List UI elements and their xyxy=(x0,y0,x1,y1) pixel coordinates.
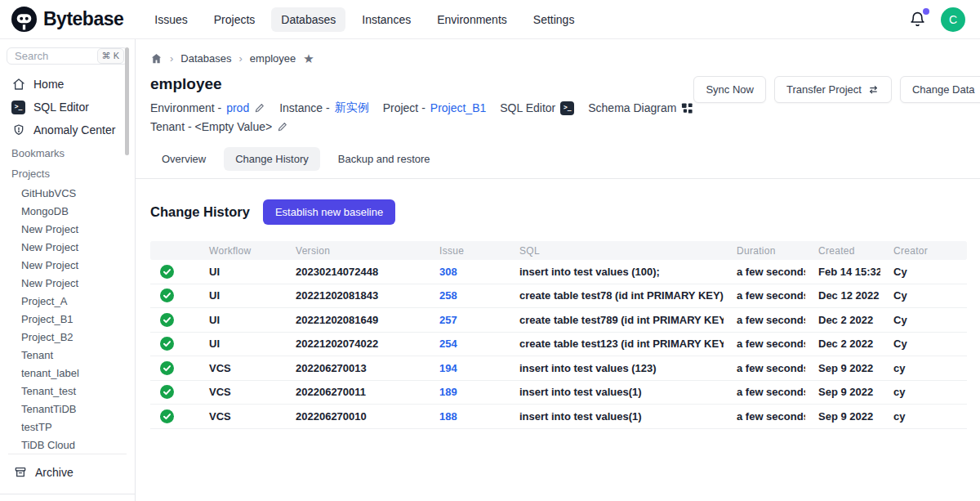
enterprise-plan-link[interactable]: Enterprise Plan xyxy=(0,494,136,501)
sidebar-project-item[interactable]: Project_B2 xyxy=(20,328,128,346)
issue-link[interactable]: 258 xyxy=(439,289,457,302)
sidebar-project-item[interactable]: New Project xyxy=(20,220,128,238)
search-input[interactable] xyxy=(15,50,78,62)
table-row[interactable]: UI 20221202074022 254 create table test1… xyxy=(150,333,967,357)
issue-link[interactable]: 194 xyxy=(439,362,457,374)
sidebar-project-item[interactable]: GitHubVCS xyxy=(20,184,128,202)
cell-duration: a few seconds xyxy=(724,289,805,302)
topnav-item[interactable]: Settings xyxy=(523,7,585,32)
sidebar-project-item[interactable]: New Project xyxy=(20,274,128,292)
table-row[interactable]: UI 20221202081649 257 create table test7… xyxy=(150,308,967,333)
cell-created: Sep 9 2022 xyxy=(805,362,880,374)
database-meta-line-2: Tenant - <Empty Value> xyxy=(150,120,693,133)
schema-diagram-icon xyxy=(681,102,693,114)
page-header-left: employee Environment - prod Instance - xyxy=(150,65,693,133)
project-link[interactable]: Project_B1 xyxy=(430,101,486,114)
table-row[interactable]: UI 20221202081843 258 create table test7… xyxy=(150,284,967,309)
sidebar-item-anomaly-center[interactable]: Anomaly Center xyxy=(7,119,128,141)
topnav-item[interactable]: Issues xyxy=(145,7,197,32)
cell-workflow: UI xyxy=(196,338,283,350)
cell-creator: cy xyxy=(880,362,967,374)
sidebar-project-item[interactable]: TiDB Cloud xyxy=(20,436,128,454)
sidebar-item-label: Archive xyxy=(35,466,74,479)
search-box[interactable]: ⌘ K xyxy=(7,47,128,65)
projects-list: GitHubVCSMongoDBNew ProjectNew ProjectNe… xyxy=(7,184,128,454)
sidebar-project-item[interactable]: Tenant_test xyxy=(20,382,128,400)
breadcrumb-employee[interactable]: employee xyxy=(250,52,296,65)
cell-version: 20221202081843 xyxy=(283,289,426,302)
success-check-icon xyxy=(160,409,174,423)
table-body: UI 20230214072448 308 insert into test v… xyxy=(150,260,967,429)
topnav-item[interactable]: Projects xyxy=(204,7,265,32)
breadcrumb-home-icon[interactable] xyxy=(150,52,163,65)
sidebar-project-item[interactable]: Project_B1 xyxy=(20,310,128,328)
sidebar-project-item[interactable]: testTP xyxy=(20,418,128,436)
tab-overview[interactable]: Overview xyxy=(150,147,217,171)
environment-link[interactable]: prod xyxy=(226,101,249,114)
tab-change-history[interactable]: Change History xyxy=(224,147,320,171)
sidebar-project-item[interactable]: Tenant xyxy=(20,346,128,364)
establish-baseline-button[interactable]: Establish new baseline xyxy=(263,199,395,225)
schema-diagram-shortcut[interactable]: Schema Diagram xyxy=(588,101,693,114)
cell-version: 20230214072448 xyxy=(283,266,426,278)
topnav-item-label: Settings xyxy=(533,13,575,26)
success-check-icon xyxy=(160,385,174,399)
table-row[interactable]: UI 20230214072448 308 insert into test v… xyxy=(150,260,967,284)
transfer-project-label: Transfer Project xyxy=(786,83,862,96)
issue-link[interactable]: 189 xyxy=(439,386,457,398)
sql-editor-icon: >_ xyxy=(560,101,574,115)
cell-creator: cy xyxy=(880,410,967,423)
topnav-item[interactable]: Environments xyxy=(427,7,517,32)
issue-link[interactable]: 257 xyxy=(439,314,457,326)
sidebar-project-item[interactable]: New Project xyxy=(20,238,128,256)
instance-label: Instance - xyxy=(279,101,329,114)
sidebar-project-item[interactable]: Project_A xyxy=(20,292,128,310)
edit-pen-icon[interactable] xyxy=(254,102,265,114)
column-header: Version xyxy=(283,245,426,257)
table-row[interactable]: VCS 202206270011 189 insert into test va… xyxy=(150,381,967,405)
sidebar-project-item[interactable]: TenantTiDB xyxy=(20,400,128,418)
cell-duration: a few seconds xyxy=(724,386,805,398)
tab-backup-and-restore[interactable]: Backup and restore xyxy=(327,147,442,171)
bookmark-star-icon[interactable]: ★ xyxy=(303,52,314,65)
sync-now-button[interactable]: Sync Now xyxy=(693,76,766,103)
sidebar-project-item[interactable]: tenant_label xyxy=(20,364,128,382)
instance-link[interactable]: 新实例 xyxy=(335,101,369,115)
breadcrumb-databases[interactable]: Databases xyxy=(180,52,231,65)
bookmarks-section-label: Bookmarks xyxy=(7,141,128,162)
sidebar-scrollbar[interactable] xyxy=(125,47,129,155)
topnav-item[interactable]: Instances xyxy=(352,7,421,32)
cell-created: Sep 9 2022 xyxy=(805,386,880,398)
cell-created: Dec 2 2022 xyxy=(805,338,880,350)
cell-creator: Cy xyxy=(880,338,967,350)
sidebar-project-item[interactable]: MongoDB xyxy=(20,202,128,220)
sidebar-project-item[interactable]: New Project xyxy=(20,256,128,274)
notification-bell-icon[interactable] xyxy=(907,9,928,29)
sidebar-item-home[interactable]: Home xyxy=(7,73,128,96)
change-data-button[interactable]: Change Data xyxy=(900,76,980,103)
issue-link[interactable]: 308 xyxy=(439,266,457,278)
cell-workflow: VCS xyxy=(196,410,283,423)
avatar[interactable]: C xyxy=(941,7,965,32)
table-row[interactable]: VCS 202206270013 194 insert into test va… xyxy=(150,356,967,381)
tabs-divider xyxy=(136,178,980,179)
sidebar: ⌘ K Home >_ SQL Editor xyxy=(0,39,136,501)
sidebar-item-sql-editor[interactable]: >_ SQL Editor xyxy=(7,96,128,119)
issue-link[interactable]: 188 xyxy=(439,410,457,423)
status-cell xyxy=(150,289,196,302)
transfer-project-button[interactable]: Transfer Project xyxy=(774,76,892,103)
sidebar-item-archive[interactable]: Archive xyxy=(8,461,127,484)
cell-version: 20221202081649 xyxy=(283,314,426,326)
table-row[interactable]: VCS 202206270010 188 insert into test va… xyxy=(150,405,967,429)
sql-editor-shortcut[interactable]: SQL Editor >_ xyxy=(500,101,574,115)
database-meta-line-1: Environment - prod Instance - 新实例 P xyxy=(150,101,693,115)
topnav-item[interactable]: Databases xyxy=(271,7,345,32)
instance-meta: Instance - 新实例 xyxy=(279,101,368,115)
cell-sql: create table test78 (id int PRIMARY KEY) xyxy=(506,289,724,302)
issue-link[interactable]: 254 xyxy=(439,338,457,350)
cell-workflow: UI xyxy=(196,314,283,326)
bytebase-logo[interactable]: Bytebase xyxy=(11,7,123,32)
edit-pencil-icon[interactable] xyxy=(277,121,288,132)
cell-duration: a few seconds xyxy=(724,362,805,374)
table-header: WorkflowVersionIssueSQLDurationCreatedCr… xyxy=(150,241,967,260)
